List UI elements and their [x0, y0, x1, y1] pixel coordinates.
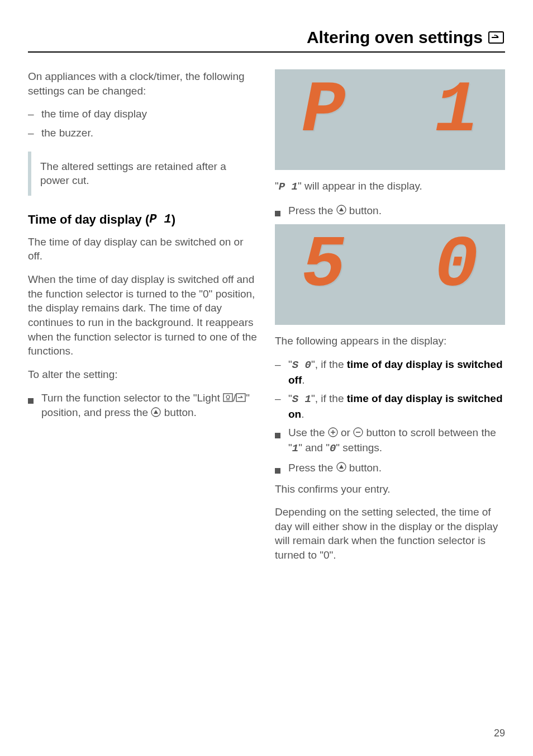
triangle-up-icon: [336, 205, 346, 217]
square-bullet-icon: [275, 204, 288, 220]
display-panel-s0: 5 0: [275, 224, 505, 325]
paragraph: This confirms your entry.: [275, 482, 505, 497]
paragraph: Depending on the setting selected, the t…: [275, 505, 505, 563]
square-bullet-icon: [275, 426, 288, 456]
step-item: Press the button.: [275, 204, 505, 220]
display-caption: The following appears in the display:: [275, 334, 505, 348]
dash-icon: –: [275, 391, 288, 421]
subheading-time-display: Time of day display (P 1): [28, 212, 258, 227]
list-item: – the buzzer.: [28, 126, 258, 140]
square-bullet-icon: [275, 461, 288, 478]
svg-marker-12: [154, 410, 158, 414]
dash-icon: –: [275, 357, 288, 387]
svg-rect-16: [275, 433, 280, 438]
svg-marker-24: [339, 465, 344, 469]
svg-point-6: [226, 395, 230, 399]
paragraph: When the time of day display is switched…: [28, 272, 258, 358]
segment-char: 5: [302, 230, 345, 303]
plus-icon: [328, 428, 338, 440]
header-title: Altering oven settings: [307, 28, 483, 47]
segment-char: 0: [435, 230, 478, 303]
left-column: On appliances with a clock/timer, the fo…: [28, 69, 258, 571]
segment-char: 1: [435, 75, 478, 148]
triangle-up-icon: [151, 408, 161, 419]
note-box: The altered settings are retained after …: [28, 152, 258, 196]
page-header: Altering oven settings: [28, 28, 505, 53]
minus-icon: [353, 428, 363, 440]
list-item: – "S 0", if the time of day display is s…: [275, 357, 505, 387]
list-item: – "S 1", if the time of day display is s…: [275, 391, 505, 421]
svg-rect-4: [28, 398, 34, 404]
square-bullet-icon: [28, 391, 41, 421]
page-number: 29: [494, 727, 505, 739]
step-item: Use the or button to scroll between the …: [275, 426, 505, 456]
settings-icon: [487, 30, 505, 45]
settings-small-icon: [236, 393, 246, 404]
svg-rect-13: [275, 211, 280, 216]
paragraph: To alter the setting:: [28, 367, 258, 382]
right-column: P 1 "P 1" will appear in the display. Pr…: [275, 69, 505, 571]
intro-text: On appliances with a clock/timer, the fo…: [28, 69, 258, 98]
step-item: Press the button.: [275, 461, 505, 478]
paragraph: The time of day display can be switched …: [28, 235, 258, 263]
dash-icon: –: [28, 107, 41, 121]
svg-rect-5: [223, 394, 232, 401]
step-item: Turn the function selector to the "Light…: [28, 391, 258, 421]
light-icon: [223, 393, 233, 404]
svg-marker-15: [339, 207, 344, 211]
triangle-up-icon: [336, 462, 346, 474]
display-panel-p1: P 1: [275, 69, 505, 170]
segment-char: P: [302, 75, 345, 148]
dash-icon: –: [28, 126, 41, 140]
svg-rect-22: [275, 468, 280, 474]
list-item: – the time of day display: [28, 107, 258, 121]
display-caption: "P 1" will appear in the display.: [275, 179, 505, 195]
